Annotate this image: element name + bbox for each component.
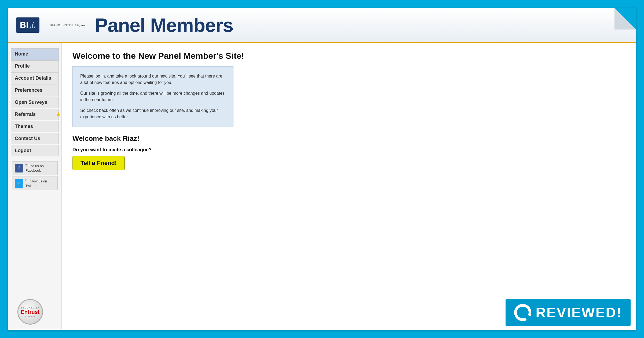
star-icon: ★ — [56, 111, 61, 118]
page-wrapper: BI ,i. BRAND INSTITUTE, inc. Panel Membe… — [8, 8, 636, 330]
sidebar-item-contact-us[interactable]: Contact Us — [11, 133, 59, 144]
sidebar: HomeProfileAccount DetailsPreferencesOpe… — [8, 43, 62, 329]
sidebar-item-referrals[interactable]: Referrals★ — [11, 109, 59, 120]
twitter-label: ®Follow us on Twitter — [25, 178, 55, 188]
logo: BI ,i. — [16, 17, 39, 33]
sidebar-item-profile[interactable]: Profile — [11, 60, 59, 72]
twitter-link[interactable]: 🐦 ®Follow us on Twitter — [12, 177, 58, 190]
sidebar-item-logout[interactable]: Logout — [11, 145, 59, 156]
reviewed-text: REVIEWED! — [536, 304, 622, 321]
facebook-link[interactable]: f ®Find us on Facebook — [12, 161, 58, 175]
page-title: Panel Members — [95, 14, 233, 36]
sidebar-item-home[interactable]: Home — [11, 48, 59, 60]
info-paragraph-3: So check back often as we continue impro… — [80, 107, 226, 120]
sidebar-item-account-details[interactable]: Account Details — [11, 72, 59, 84]
tell-friend-button[interactable]: Tell a Friend! — [72, 156, 125, 170]
header: BI ,i. BRAND INSTITUTE, inc. Panel Membe… — [8, 8, 636, 43]
entrust-verify: ✓ VERIFY — [25, 315, 35, 318]
sidebar-item-preferences[interactable]: Preferences — [11, 84, 59, 96]
sidebar-item-open-surveys[interactable]: Open Surveys — [11, 97, 59, 108]
welcome-heading: Welcome to the New Panel Member's Site! — [72, 51, 625, 61]
invite-label: Do you want to invite a colleague? — [72, 147, 625, 153]
reviewed-icon — [514, 304, 531, 321]
entrust-secured: SECURED BY — [21, 306, 39, 309]
info-paragraph-1: Please log in, and take a look around ou… — [80, 73, 226, 86]
facebook-label: ®Find us on Facebook — [25, 163, 55, 173]
entrust-circle: SECURED BY Entrust ✓ VERIFY — [17, 299, 43, 325]
reviewed-badge: REVIEWED! — [506, 299, 631, 326]
main-content: Welcome to the New Panel Member's Site! … — [62, 43, 636, 329]
logo-bi: BI — [20, 20, 28, 30]
sidebar-item-themes[interactable]: Themes — [11, 121, 59, 132]
twitter-icon: 🐦 — [15, 179, 23, 188]
brand-name: BRAND INSTITUTE, inc. — [49, 24, 87, 27]
info-paragraph-2: Our site is growing all the time, and th… — [80, 90, 226, 103]
entrust-badge: SECURED BY Entrust ✓ VERIFY — [17, 299, 43, 325]
social-links: f ®Find us on Facebook 🐦 ®Follow us on T… — [11, 161, 59, 190]
main-layout: HomeProfileAccount DetailsPreferencesOpe… — [8, 43, 636, 329]
entrust-text: Entrust — [21, 309, 40, 315]
logo-italic: ,i. — [30, 21, 36, 30]
info-box: Please log in, and take a look around ou… — [72, 66, 233, 127]
welcome-back: Welcome back Riaz! — [72, 134, 625, 143]
facebook-icon: f — [15, 164, 23, 172]
